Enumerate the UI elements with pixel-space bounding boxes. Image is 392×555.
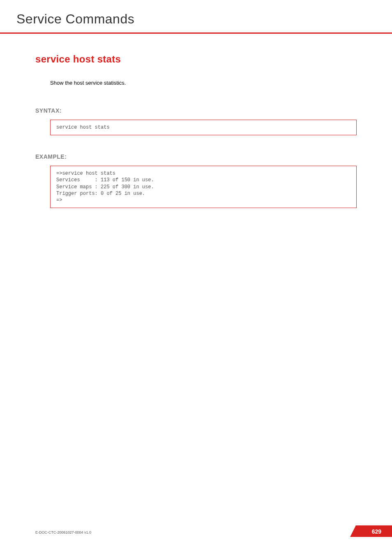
page-number-badge: 629 [350,525,392,537]
section-description: Show the host service statistics. [50,80,357,86]
syntax-heading: SYNTAX: [35,107,357,114]
page-footer: E-DOC-CTC-20061027-0004 v1.0 629 [0,525,392,537]
syntax-code-block: service host stats [50,120,357,135]
example-code-block: =>service host stats Services : 113 of 1… [50,166,357,208]
doc-id: E-DOC-CTC-20061027-0004 v1.0 [35,530,91,534]
chapter-title: Service Commands [0,0,392,32]
page-number: 629 [372,528,381,535]
page-content: service host stats Show the host service… [0,34,392,208]
svg-marker-0 [350,525,392,537]
section-title: service host stats [35,53,357,65]
example-heading: EXAMPLE: [35,153,357,160]
